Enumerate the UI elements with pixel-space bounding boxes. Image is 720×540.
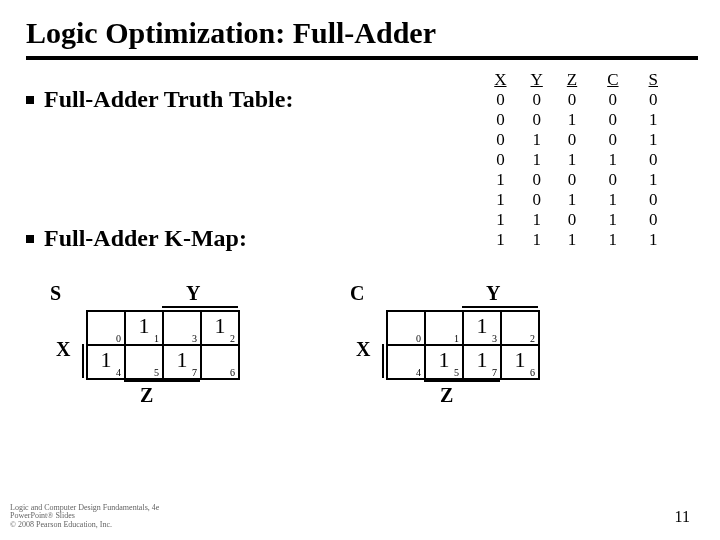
kcell: 2 xyxy=(501,311,539,345)
kcell-idx: 1 xyxy=(154,333,159,344)
kcell: 15 xyxy=(425,345,463,379)
kmap-c-x-label: X xyxy=(356,338,370,361)
kcell: 0 xyxy=(87,311,125,345)
kmap-c-z-label: Z xyxy=(440,384,453,407)
kmap-c: C Y X Z 0 1 13 2 4 15 17 16 xyxy=(346,282,556,417)
truth-row: 10110 xyxy=(482,190,670,210)
y-bracket xyxy=(162,306,238,308)
kcell-idx: 4 xyxy=(116,367,121,378)
cell: 1 xyxy=(631,110,670,130)
kcell: 3 xyxy=(163,311,201,345)
kcell-val: 1 xyxy=(477,347,488,373)
kcell: 12 xyxy=(201,311,239,345)
th-y: Y xyxy=(519,70,555,90)
cell: 1 xyxy=(482,210,518,230)
bullet-marker-icon xyxy=(26,235,34,243)
cell: 1 xyxy=(631,230,670,250)
kcell-idx: 2 xyxy=(230,333,235,344)
th-c: C xyxy=(589,70,630,90)
kcell-idx: 1 xyxy=(454,333,459,344)
cell: 1 xyxy=(589,210,630,230)
kcell-val: 1 xyxy=(139,313,150,339)
kcell: 17 xyxy=(463,345,501,379)
cell: 0 xyxy=(519,90,555,110)
kcell: 14 xyxy=(87,345,125,379)
kcell: 0 xyxy=(387,311,425,345)
truth-row: 00000 xyxy=(482,90,670,110)
bullet-2-text: Full-Adder K-Map: xyxy=(44,225,247,252)
cell: 0 xyxy=(589,110,630,130)
kcell-idx: 0 xyxy=(116,333,121,344)
kmap-c-y-label: Y xyxy=(486,282,500,305)
kmap-c-label: C xyxy=(350,282,364,305)
cell: 1 xyxy=(482,230,518,250)
cell: 0 xyxy=(482,110,518,130)
cell: 0 xyxy=(482,150,518,170)
kcell: 5 xyxy=(125,345,163,379)
kcell-val: 1 xyxy=(101,347,112,373)
cell: 0 xyxy=(589,170,630,190)
content-area: Full-Adder Truth Table: Full-Adder K-Map… xyxy=(0,60,720,417)
kmap-c-grid: 0 1 13 2 4 15 17 16 xyxy=(386,310,540,380)
truth-row: 11010 xyxy=(482,210,670,230)
cell: 0 xyxy=(631,190,670,210)
kcell-idx: 7 xyxy=(192,367,197,378)
cell: 0 xyxy=(519,110,555,130)
slide-title: Logic Optimization: Full-Adder xyxy=(0,0,720,56)
truth-row: 00101 xyxy=(482,110,670,130)
kcell-idx: 2 xyxy=(530,333,535,344)
page-number: 11 xyxy=(675,508,690,526)
kcell-idx: 5 xyxy=(454,367,459,378)
cell: 1 xyxy=(555,150,589,170)
cell: 1 xyxy=(555,190,589,210)
kmap-s-grid: 0 11 3 12 14 5 17 6 xyxy=(86,310,240,380)
kcell: 11 xyxy=(125,311,163,345)
bullet-1-text: Full-Adder Truth Table: xyxy=(44,86,293,113)
kcell-idx: 7 xyxy=(492,367,497,378)
kcell-val: 1 xyxy=(215,313,226,339)
cell: 0 xyxy=(589,90,630,110)
kcell: 1 xyxy=(425,311,463,345)
kmap-s-z-label: Z xyxy=(140,384,153,407)
cell: 0 xyxy=(631,210,670,230)
kcell-idx: 6 xyxy=(530,367,535,378)
x-bracket xyxy=(382,344,384,378)
kcell: 13 xyxy=(463,311,501,345)
th-z: Z xyxy=(555,70,589,90)
th-s: S xyxy=(631,70,670,90)
truth-row: 11111 xyxy=(482,230,670,250)
cell: 0 xyxy=(555,170,589,190)
kmap-s-x-label: X xyxy=(56,338,70,361)
cell: 1 xyxy=(555,110,589,130)
footer: Logic and Computer Design Fundamentals, … xyxy=(10,504,159,530)
truth-row: 10001 xyxy=(482,170,670,190)
truth-table: X Y Z C S 00000 00101 01001 01110 10001 … xyxy=(482,70,670,250)
cell: 1 xyxy=(519,150,555,170)
kmap-area: S Y X Z 0 11 3 12 14 5 17 6 C Y X Z xyxy=(46,282,694,417)
cell: 0 xyxy=(589,130,630,150)
kcell: 4 xyxy=(387,345,425,379)
kmap-s-y-label: Y xyxy=(186,282,200,305)
cell: 1 xyxy=(519,230,555,250)
kcell-idx: 3 xyxy=(492,333,497,344)
kmap-s: S Y X Z 0 11 3 12 14 5 17 6 xyxy=(46,282,256,417)
kcell-idx: 3 xyxy=(192,333,197,344)
z-bracket xyxy=(124,380,200,382)
cell: 0 xyxy=(519,170,555,190)
cell: 1 xyxy=(631,130,670,150)
cell: 1 xyxy=(482,170,518,190)
cell: 0 xyxy=(519,190,555,210)
cell: 1 xyxy=(519,210,555,230)
cell: 1 xyxy=(589,230,630,250)
kcell: 17 xyxy=(163,345,201,379)
truth-row: 01110 xyxy=(482,150,670,170)
kcell: 6 xyxy=(201,345,239,379)
cell: 0 xyxy=(555,210,589,230)
kcell-idx: 5 xyxy=(154,367,159,378)
z-bracket xyxy=(424,380,500,382)
cell: 0 xyxy=(631,150,670,170)
truth-header-row: X Y Z C S xyxy=(482,70,670,90)
cell: 1 xyxy=(519,130,555,150)
bullet-marker-icon xyxy=(26,96,34,104)
cell: 1 xyxy=(589,150,630,170)
